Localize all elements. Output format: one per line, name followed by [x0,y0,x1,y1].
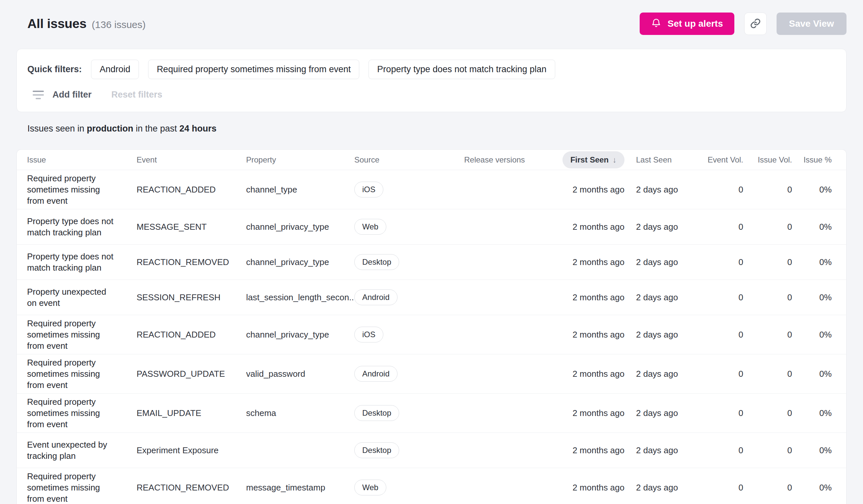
event-cell: EMAIL_UPDATE [137,393,246,432]
last-seen-cell: 2 days ago [625,315,702,354]
filter-actions-row: Add filter Reset filters [33,90,836,100]
first-seen-cell: 2 months ago [537,393,625,432]
first-seen-cell: 2 months ago [537,315,625,354]
source-chip: Web [354,480,386,495]
issue-cell: Required property sometimes missing from… [17,354,137,393]
sort-arrow-down-icon: ↓ [613,155,616,165]
issue-pct-cell: 0% [792,433,846,468]
property-cell: channel_privacy_type [246,209,354,244]
table-row[interactable]: Event unexpected by tracking plan Experi… [17,432,846,468]
last-seen-cell: 2 days ago [625,170,702,209]
source-chip: Android [354,366,398,382]
issue-vol-cell: 0 [743,468,792,504]
copy-link-button[interactable] [744,13,767,35]
issue-pct-cell: 0% [792,280,846,315]
add-filter-button[interactable]: Add filter [52,90,92,100]
issue-vol-cell: 0 [743,209,792,244]
column-header-first-seen[interactable]: First Seen ↓ [562,151,625,168]
release-versions-cell [464,245,537,280]
issue-vol-cell: 0 [743,354,792,393]
last-seen-cell: 2 days ago [625,393,702,432]
scope-prefix: Issues seen in [27,124,87,133]
topbar: All issues (136 issues) Set up alerts [16,0,847,49]
last-seen-cell: 2 days ago [625,354,702,393]
property-cell: schema [246,393,354,432]
property-cell: channel_privacy_type [246,245,354,280]
first-seen-cell: 2 months ago [537,280,625,315]
issues-page: All issues (136 issues) Set up alerts [0,0,863,504]
column-header-release-versions[interactable]: Release versions [464,155,537,165]
issue-vol-cell: 0 [743,245,792,280]
issue-vol-cell: 0 [743,280,792,315]
property-cell: valid_password [246,354,354,393]
last-seen-cell: 2 days ago [625,209,702,244]
column-header-event-vol[interactable]: Event Vol. [708,155,743,165]
column-header-issue-pct[interactable]: Issue % [804,155,846,165]
source-cell: Desktop [354,433,464,468]
source-chip: Desktop [354,405,399,421]
issue-cell: Property unexpected on event [17,280,137,315]
table-header-row: Issue Event Property Source Release vers… [17,150,846,170]
issue-cell: Property type does not match tracking pl… [17,245,137,280]
quick-filter-chip[interactable]: Property type does not match tracking pl… [368,60,555,79]
column-header-property[interactable]: Property [246,155,354,165]
source-chip: Desktop [354,442,399,458]
source-chip: iOS [354,327,383,343]
quick-filters-row: Quick filters: AndroidRequired property … [27,60,836,79]
property-cell [246,433,354,468]
quick-filter-chip[interactable]: Required property sometimes missing from… [148,60,359,79]
column-header-last-seen[interactable]: Last Seen [625,155,702,165]
table-row[interactable]: Property unexpected on event SESSION_REF… [17,280,846,315]
column-header-issue-vol[interactable]: Issue Vol. [758,155,792,165]
source-cell: Desktop [354,245,464,280]
column-header-event[interactable]: Event [137,155,246,165]
issue-pct-cell: 0% [792,170,846,209]
issue-pct-cell: 0% [792,393,846,432]
first-seen-cell: 2 months ago [537,245,625,280]
issue-cell: Required property sometimes missing from… [17,315,137,354]
column-header-source[interactable]: Source [354,155,464,165]
first-seen-cell: 2 months ago [537,170,625,209]
event-vol-cell: 0 [702,209,743,244]
page-title: All issues [27,16,86,31]
issue-pct-cell: 0% [792,354,846,393]
scope-middle: in the past [133,124,179,133]
first-seen-cell: 2 months ago [537,468,625,504]
table-row[interactable]: Required property sometimes missing from… [17,170,846,209]
save-view-button[interactable]: Save View [777,13,847,35]
issue-cell: Property type does not match tracking pl… [17,209,137,244]
property-cell: last_session_length_secon... [246,280,354,315]
source-cell: Android [354,354,464,393]
event-cell: Experiment Exposure [137,433,246,468]
table-row[interactable]: Property type does not match tracking pl… [17,209,846,244]
release-versions-cell [464,468,537,504]
event-cell: REACTION_REMOVED [137,245,246,280]
table-body: Required property sometimes missing from… [17,170,846,504]
table-row[interactable]: Property type does not match tracking pl… [17,244,846,280]
event-cell: REACTION_ADDED [137,315,246,354]
quick-filter-chip[interactable]: Android [91,60,139,79]
last-seen-cell: 2 days ago [625,433,702,468]
issue-cell: Event unexpected by tracking plan [17,433,137,468]
event-cell: PASSWORD_UPDATE [137,354,246,393]
column-header-issue[interactable]: Issue [17,155,137,165]
table-row[interactable]: Required property sometimes missing from… [17,393,846,432]
scope-environment: production [87,124,133,133]
event-vol-cell: 0 [702,354,743,393]
reset-filters-button[interactable]: Reset filters [112,90,163,100]
event-vol-cell: 0 [702,433,743,468]
table-row[interactable]: Required property sometimes missing from… [17,354,846,393]
source-cell: Android [354,280,464,315]
quick-filters-label: Quick filters: [27,64,82,75]
release-versions-cell [464,354,537,393]
source-chip: Android [354,289,398,305]
event-vol-cell: 0 [702,315,743,354]
set-up-alerts-button[interactable]: Set up alerts [640,13,734,35]
event-cell: MESSAGE_SENT [137,209,246,244]
issue-vol-cell: 0 [743,393,792,432]
table-row[interactable]: Required property sometimes missing from… [17,315,846,354]
source-cell: Web [354,209,464,244]
link-icon [750,18,761,30]
release-versions-cell [464,209,537,244]
table-row[interactable]: Required property sometimes missing from… [17,468,846,504]
